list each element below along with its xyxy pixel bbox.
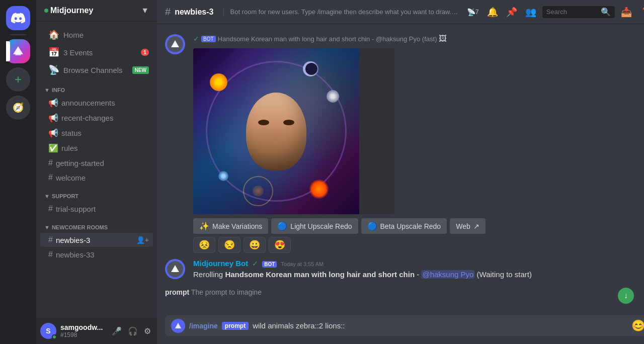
announcements-type-icon: 📢 bbox=[48, 98, 58, 108]
server-divider bbox=[10, 34, 26, 35]
bot-avatar-img-1 bbox=[165, 34, 185, 54]
image-glow bbox=[309, 179, 329, 199]
verified-icon-1: ✓ bbox=[193, 35, 199, 43]
server-name: Midjourney bbox=[50, 6, 93, 15]
prompt-display: prompt The prompt to imagine bbox=[157, 284, 644, 300]
emoji-picker-button[interactable]: 😊 bbox=[629, 317, 644, 334]
getting-started-type-icon: # bbox=[48, 158, 53, 167]
light-upscale-redo-label: Light Upscale Redo bbox=[290, 222, 352, 230]
sidebar-item-browse-channels[interactable]: 📡 Browse Channels NEW bbox=[40, 61, 153, 78]
category-info-label: INFO bbox=[52, 87, 65, 93]
sidebar-item-home[interactable]: 🏠 Home bbox=[40, 26, 153, 43]
status-type-icon: 📢 bbox=[48, 128, 58, 138]
message-group-2: Midjourney Bot ✓ BOT Today at 3:55 AM Re… bbox=[157, 257, 644, 282]
settings-button[interactable]: ⚙ bbox=[142, 324, 153, 338]
discord-home-button[interactable] bbox=[6, 6, 30, 30]
beta-upscale-redo-icon: 🔵 bbox=[367, 221, 377, 231]
left-eye bbox=[258, 120, 269, 125]
message-text-input[interactable] bbox=[253, 315, 625, 336]
notification-button[interactable]: 🔔 bbox=[485, 5, 500, 20]
channel-welcome[interactable]: # welcome bbox=[40, 170, 153, 185]
channel-newbies-3-label: newbies-3 bbox=[56, 236, 90, 244]
channel-rules-label: rules bbox=[61, 144, 78, 152]
image-face-container bbox=[236, 81, 316, 182]
explore-button[interactable]: 🧭 bbox=[6, 96, 30, 120]
channel-status[interactable]: 📢 status bbox=[40, 126, 153, 140]
message-group-1: ✓ BOT Handsome Korean man with long hair… bbox=[157, 32, 644, 255]
help-button[interactable]: ❓ bbox=[638, 5, 644, 20]
message-author-2: Midjourney Bot bbox=[193, 259, 248, 268]
user-tag: #1598 bbox=[60, 331, 106, 338]
category-info[interactable]: ▼ INFO bbox=[36, 79, 157, 95]
sidebar-nav: 🏠 Home 📅 3 Events 1 📡 Browse Channels NE… bbox=[36, 22, 157, 318]
light-upscale-redo-icon: 🔵 bbox=[277, 221, 287, 231]
inbox-button[interactable]: 📥 bbox=[619, 5, 634, 20]
search-bar[interactable]: 🔍 bbox=[542, 6, 615, 18]
category-newcomer-rooms[interactable]: ▼ NEWCOMER ROOMS bbox=[36, 216, 157, 232]
input-command: /imagine bbox=[189, 322, 218, 330]
events-icon: 📅 bbox=[48, 47, 59, 58]
prompt-description: The prompt to imagine bbox=[191, 288, 262, 296]
members-button[interactable]: 👥 bbox=[523, 5, 538, 20]
channel-newbies-33[interactable]: # newbies-33 bbox=[40, 247, 153, 262]
category-newcomer-rooms-chevron: ▼ bbox=[44, 224, 50, 230]
reaction-2[interactable]: 😒 bbox=[218, 237, 240, 253]
browse-icon: 📡 bbox=[48, 64, 59, 75]
headphones-button[interactable]: 🎧 bbox=[126, 324, 140, 338]
external-link-icon: ↗ bbox=[473, 222, 479, 230]
microphone-button[interactable]: 🎤 bbox=[110, 324, 124, 338]
orb-1 bbox=[210, 73, 227, 91]
category-support-label: SUPPORT bbox=[52, 193, 78, 199]
bot-avatar-2 bbox=[165, 259, 185, 279]
channel-getting-started[interactable]: # getting-started bbox=[40, 156, 153, 170]
signal-button[interactable]: 📡 7 bbox=[465, 6, 481, 18]
rerolling-prefix: Rerolling bbox=[193, 270, 223, 279]
channel-announcements[interactable]: 📢 announcements bbox=[40, 96, 153, 110]
channel-getting-started-label: getting-started bbox=[56, 159, 104, 167]
input-tag: prompt bbox=[222, 322, 249, 330]
channel-newbies-33-label: newbies-33 bbox=[56, 250, 95, 259]
web-button[interactable]: Web ↗ bbox=[450, 218, 486, 234]
bot-avatar-img-2 bbox=[165, 259, 185, 279]
server-rail: + 🧭 bbox=[0, 0, 36, 344]
beta-upscale-redo-button[interactable]: 🔵 Beta Upscale Redo bbox=[361, 218, 447, 234]
active-indicator bbox=[6, 41, 10, 61]
scroll-to-bottom-button[interactable]: ↓ bbox=[618, 288, 634, 304]
input-avatar-icon bbox=[173, 321, 183, 331]
search-input[interactable] bbox=[546, 8, 598, 16]
sidebar-item-events[interactable]: 📅 3 Events 1 bbox=[40, 44, 153, 61]
pin-button[interactable]: 📌 bbox=[504, 5, 519, 20]
message-input-wrapper: /imagine prompt 😊 bbox=[165, 315, 644, 336]
user-info: samgoodw... #1598 bbox=[60, 323, 106, 338]
channel-newbies-3[interactable]: # newbies-3 👤+ bbox=[40, 233, 153, 247]
reaction-3[interactable]: 😀 bbox=[244, 237, 266, 253]
channel-description: Bot room for new users. Type /imagine th… bbox=[223, 8, 458, 16]
channel-name-header: # newbies-3 bbox=[165, 6, 213, 18]
make-variations-button[interactable]: ✨ Make Variations bbox=[193, 218, 268, 234]
sidebar-header-chevron: ▼ bbox=[141, 6, 149, 15]
trial-support-type-icon: # bbox=[48, 204, 53, 213]
user-controls: 🎤 🎧 ⚙ bbox=[110, 324, 153, 338]
message-image-1 bbox=[193, 48, 394, 214]
channel-rules[interactable]: ✅ rules bbox=[40, 141, 153, 155]
channel-trial-support[interactable]: # trial-support bbox=[40, 202, 153, 216]
message-input-area: /imagine prompt 😊 bbox=[157, 315, 644, 344]
recent-changes-type-icon: 📢 bbox=[48, 113, 58, 123]
user-avatar: S bbox=[40, 323, 56, 339]
browse-channels-badge: NEW bbox=[132, 66, 149, 74]
bot-avatar-1 bbox=[165, 34, 185, 54]
light-upscale-redo-button[interactable]: 🔵 Light Upscale Redo bbox=[271, 218, 358, 234]
sidebar-header[interactable]: Midjourney ▼ bbox=[36, 0, 157, 22]
channel-recent-changes[interactable]: 📢 recent-changes bbox=[40, 111, 153, 125]
bot-prefix-text-1: Handsome Korean man with long hair and s… bbox=[218, 35, 437, 43]
reaction-1[interactable]: 😣 bbox=[193, 237, 215, 253]
orb-3 bbox=[218, 171, 228, 181]
add-server-button[interactable]: + bbox=[6, 67, 30, 92]
user-avatar-initials: S bbox=[46, 327, 50, 335]
channel-sidebar: Midjourney ▼ 🏠 Home 📅 3 Events 1 📡 Brows… bbox=[36, 0, 157, 344]
server-status-dot bbox=[44, 9, 48, 13]
reaction-4[interactable]: 😍 bbox=[269, 237, 291, 253]
category-support[interactable]: ▼ SUPPORT bbox=[36, 185, 157, 201]
image-preview-button[interactable]: 🖼 bbox=[439, 34, 447, 43]
sidebar-header-content: Midjourney bbox=[44, 6, 93, 15]
